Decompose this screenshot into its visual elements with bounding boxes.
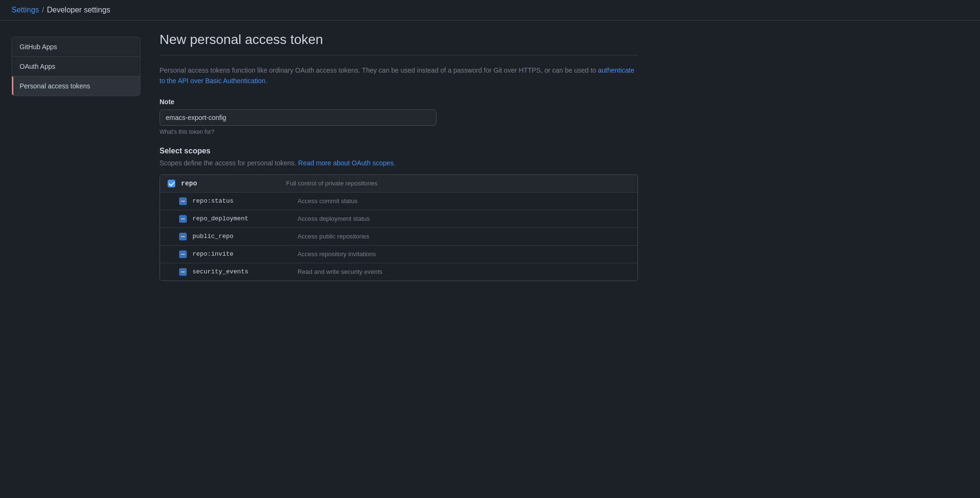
note-input[interactable] <box>160 109 437 126</box>
scope-name-security-events: security_events <box>192 268 298 275</box>
scope-desc-security-events: Read and write security events <box>298 268 383 275</box>
scopes-section: Select scopes Scopes define the access f… <box>160 147 638 281</box>
scopes-title: Select scopes <box>160 147 638 155</box>
sidebar-item-oauth-apps[interactable]: OAuth Apps <box>12 57 140 76</box>
scope-row-security-events: security_events Read and write security … <box>160 263 638 281</box>
scope-checkbox-repo-deployment[interactable] <box>179 215 187 223</box>
oauth-scopes-link[interactable]: Read more about OAuth scopes. <box>298 159 395 167</box>
main-layout: GitHub Apps OAuth Apps Personal access t… <box>0 21 669 304</box>
breadcrumb: Settings / Developer settings <box>0 0 980 21</box>
scope-checkbox-public-repo[interactable] <box>179 233 187 240</box>
scope-desc-repo-invite: Access repository invitations <box>298 250 376 258</box>
breadcrumb-separator: / <box>42 6 44 14</box>
scope-desc-repo: Full control of private repositories <box>286 180 377 187</box>
scope-name-repo-invite: repo:invite <box>192 250 298 258</box>
scope-desc-repo-status: Access commit status <box>298 197 358 205</box>
note-hint: What's this token for? <box>160 129 638 135</box>
scope-row-repo: repo Full control of private repositorie… <box>160 175 638 193</box>
scope-name-repo: repo <box>181 180 286 187</box>
sidebar: GitHub Apps OAuth Apps Personal access t… <box>11 37 140 96</box>
scope-row-repo-deployment: repo_deployment Access deployment status <box>160 210 638 228</box>
scope-desc-public-repo: Access public repositories <box>298 233 369 240</box>
scope-desc-repo-deployment: Access deployment status <box>298 215 370 222</box>
scopes-box: repo Full control of private repositorie… <box>160 174 638 281</box>
main-content: New personal access token Personal acces… <box>140 32 657 292</box>
note-section: Note What's this token for? <box>160 98 638 135</box>
scopes-description: Scopes define the access for personal to… <box>160 159 638 167</box>
scope-checkbox-repo-invite[interactable] <box>179 250 187 258</box>
sidebar-item-personal-access-tokens[interactable]: Personal access tokens <box>12 76 140 96</box>
note-label: Note <box>160 98 638 106</box>
scope-name-public-repo: public_repo <box>192 233 298 240</box>
page-title: New personal access token <box>160 32 638 47</box>
sidebar-item-github-apps[interactable]: GitHub Apps <box>12 37 140 57</box>
scope-name-repo-status: repo:status <box>192 197 298 205</box>
description-text: Personal access tokens function like ord… <box>160 65 638 87</box>
scope-row-repo-invite: repo:invite Access repository invitation… <box>160 246 638 263</box>
scope-checkbox-repo-status[interactable] <box>179 197 187 205</box>
breadcrumb-current: Developer settings <box>47 6 110 14</box>
scope-checkbox-security-events[interactable] <box>179 268 187 276</box>
breadcrumb-settings-link[interactable]: Settings <box>11 6 39 14</box>
title-divider <box>160 55 638 55</box>
scope-row-public-repo: public_repo Access public repositories <box>160 228 638 246</box>
scope-name-repo-deployment: repo_deployment <box>192 215 298 222</box>
scope-checkbox-repo[interactable] <box>168 180 175 187</box>
scope-row-repo-status: repo:status Access commit status <box>160 193 638 210</box>
